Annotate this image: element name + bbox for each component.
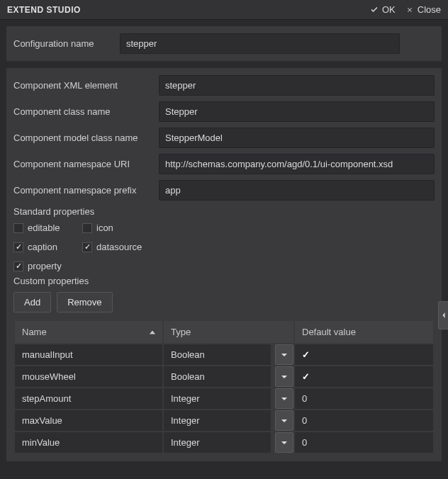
checkbox-box[interactable] (82, 223, 92, 233)
add-button[interactable]: Add (13, 292, 51, 312)
dialog-title: EXTEND STUDIO (7, 5, 360, 15)
table-row[interactable]: manualInputBoolean✓ (14, 344, 434, 366)
checkbox-box[interactable] (82, 242, 92, 252)
prop-type-cell[interactable]: Boolean (164, 344, 271, 365)
check-icon: ✓ (302, 371, 310, 382)
column-header-name[interactable]: Name (15, 321, 162, 343)
checkbox-datasource[interactable]: datasource (82, 242, 142, 252)
type-dropdown-button[interactable] (275, 366, 293, 387)
checkbox-icon[interactable]: icon (82, 222, 135, 233)
prop-default-cell[interactable]: 0 (295, 432, 433, 453)
sort-asc-icon (150, 330, 155, 334)
type-dropdown-button[interactable] (275, 388, 293, 409)
checkbox-box[interactable] (13, 223, 23, 233)
chevron-down-icon (281, 373, 288, 381)
prop-default-cell[interactable]: 0 (295, 410, 433, 431)
config-name-input[interactable] (120, 33, 400, 54)
class-name-input[interactable] (159, 101, 435, 122)
ok-button[interactable]: OK (370, 4, 396, 15)
chevron-down-icon (281, 395, 288, 402)
prop-name-cell[interactable]: manualInput (15, 344, 162, 365)
class-name-label: Component class name (13, 106, 159, 117)
checkbox-label: editable (28, 222, 60, 233)
checkbox-label: datasource (96, 242, 142, 252)
custom-properties-title: Custom properties (13, 276, 435, 286)
prop-name-cell[interactable]: maxValue (15, 410, 162, 431)
prop-name-cell[interactable]: mouseWheel (15, 366, 162, 387)
prop-name-cell[interactable]: minValue (15, 432, 162, 453)
chevron-down-icon (281, 417, 288, 424)
checkbox-label: icon (96, 222, 113, 233)
column-header-type[interactable]: Type (164, 321, 293, 343)
close-button[interactable]: Close (405, 4, 441, 15)
table-row[interactable]: minValueInteger0 (14, 432, 434, 453)
remove-button[interactable]: Remove (57, 292, 112, 312)
checkbox-label: property (28, 261, 62, 271)
ns-uri-input[interactable] (159, 154, 435, 174)
side-panel-toggle[interactable] (438, 301, 448, 329)
component-panel: Component XML element Component class na… (6, 67, 442, 462)
custom-properties-table: Name Type Default value manualInputBoole… (13, 320, 435, 454)
checkbox-editable[interactable]: editable (13, 222, 67, 233)
checkbox-label: caption (28, 242, 57, 252)
type-dropdown-button[interactable] (275, 344, 293, 365)
table-row[interactable]: stepAmountInteger0 (14, 388, 434, 410)
prop-default-cell[interactable]: 0 (295, 388, 433, 409)
prop-type-cell[interactable]: Integer (164, 432, 271, 453)
chevron-left-icon (441, 312, 447, 319)
ns-prefix-label: Component namespace prefix (13, 185, 159, 196)
prop-type-cell[interactable]: Integer (164, 388, 271, 409)
model-class-input[interactable] (159, 128, 435, 148)
chevron-down-icon (281, 439, 288, 446)
standard-properties-grid: editableiconcaptiondatasourceproperty (13, 222, 435, 271)
ns-prefix-input[interactable] (159, 180, 435, 201)
column-header-default[interactable]: Default value (295, 321, 433, 343)
prop-default-cell[interactable]: ✓ (295, 366, 433, 387)
close-label: Close (418, 4, 441, 15)
prop-default-cell[interactable]: ✓ (295, 344, 433, 365)
config-name-label: Configuration name (13, 38, 120, 49)
checkbox-box[interactable] (13, 261, 23, 271)
type-dropdown-button[interactable] (275, 432, 293, 453)
xml-element-input[interactable] (159, 75, 435, 96)
table-row[interactable]: maxValueInteger0 (14, 410, 434, 432)
check-icon (370, 6, 379, 14)
checkbox-box[interactable] (13, 242, 23, 252)
check-icon: ✓ (302, 349, 310, 360)
close-icon (405, 6, 414, 14)
prop-type-cell[interactable]: Boolean (164, 366, 271, 387)
ns-uri-label: Component namespace URI (13, 159, 159, 169)
prop-type-cell[interactable]: Integer (164, 410, 271, 431)
titlebar: EXTEND STUDIO OK Close (0, 0, 448, 20)
checkbox-property[interactable]: property (13, 261, 67, 271)
standard-properties-title: Standard properties (13, 206, 435, 217)
ok-label: OK (382, 4, 396, 15)
model-class-label: Component model class name (13, 133, 159, 143)
table-row[interactable]: mouseWheelBoolean✓ (14, 366, 434, 388)
chevron-down-icon (281, 351, 288, 359)
config-panel: Configuration name (6, 26, 442, 62)
type-dropdown-button[interactable] (275, 410, 293, 431)
prop-name-cell[interactable]: stepAmount (15, 388, 162, 409)
xml-element-label: Component XML element (13, 80, 159, 91)
checkbox-caption[interactable]: caption (13, 242, 67, 252)
